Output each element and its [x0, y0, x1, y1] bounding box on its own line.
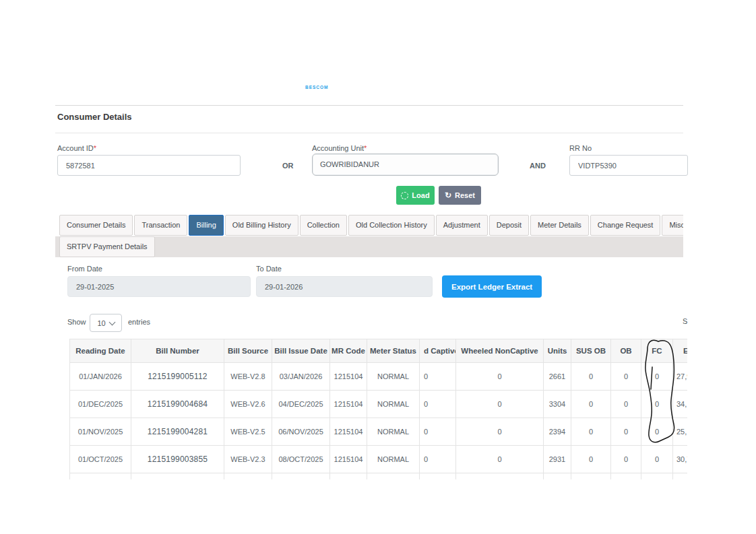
cell-bill_issue_date: [272, 473, 330, 480]
table-row: 01/DEC/20251215199004684WEB-V2.604/DEC/2…: [70, 391, 688, 418]
table-row: 01/OCT/20251215199003855WEB-V2.308/OCT/2…: [70, 446, 688, 473]
table-row: [70, 473, 688, 480]
spinner-icon: [401, 192, 408, 199]
table-row: 01/JAN/20261215199005112WEB-V2.803/JAN/2…: [70, 363, 688, 391]
search-label-clipped: S: [683, 317, 687, 325]
rr-no-field[interactable]: [569, 155, 688, 176]
cell-meter_status: NORMAL: [367, 418, 420, 446]
cell-bill_number: [131, 473, 224, 480]
and-separator: AND: [530, 162, 546, 170]
cell-fc: 0: [641, 418, 673, 446]
reset-button[interactable]: ↻ Reset: [439, 186, 481, 205]
cell-reading_date: 01/JAN/2026: [70, 363, 131, 391]
column-header-bill_number[interactable]: Bill Number: [131, 339, 224, 363]
export-ledger-extract-button[interactable]: Export Ledger Extract: [442, 275, 542, 298]
accounting-unit-select[interactable]: GOWRIBIDANUR: [312, 154, 499, 176]
cell-bill_source: WEB-V2.6: [224, 391, 272, 418]
table-row: 01/NOV/20251215199004281WEB-V2.506/NOV/2…: [70, 418, 688, 446]
column-header-wheeled_noncaptive[interactable]: Wheeled NonCaptive: [456, 339, 544, 363]
account-id-label: Account ID*: [57, 144, 96, 152]
cell-bill_source: WEB-V2.3: [224, 446, 272, 473]
billing-table-container: Reading DateBill NumberBill SourceBill I…: [69, 339, 687, 479]
cell-sus_ob: [571, 473, 611, 480]
cell-meter_status: NORMAL: [367, 391, 420, 418]
cell-sus_ob: 0: [571, 363, 611, 391]
tab-change-request[interactable]: Change Request: [590, 215, 661, 236]
cell-e: 25,: [673, 418, 688, 446]
refresh-icon: ↻: [445, 191, 451, 199]
tab-adjustment[interactable]: Adjustment: [436, 215, 488, 236]
required-asterisk: *: [364, 144, 367, 152]
cell-bill_issue_date: 04/DEC/2025: [272, 391, 330, 418]
cell-e: 30,7: [673, 446, 688, 473]
column-header-meter_status[interactable]: Meter Status: [367, 339, 420, 363]
cell-meter_status: NORMAL: [367, 363, 420, 391]
tab-billing[interactable]: Billing: [189, 215, 223, 236]
tab-miscellaneous[interactable]: Miscellaneous: [662, 215, 683, 236]
column-header-ob[interactable]: OB: [611, 339, 641, 363]
cell-reading_date: 01/OCT/2025: [70, 446, 131, 473]
cell-wheeled_noncaptive: 0: [456, 363, 544, 391]
cell-d_captive: [420, 473, 456, 480]
cell-bill_source: WEB-V2.5: [224, 418, 272, 446]
tab-old-billing-history[interactable]: Old Billing History: [225, 215, 298, 236]
tab-old-collection-history[interactable]: Old Collection History: [348, 215, 435, 236]
or-separator: OR: [282, 162, 294, 170]
tab-transaction[interactable]: Transaction: [134, 215, 187, 236]
cell-ob: [611, 473, 641, 480]
cell-reading_date: 01/DEC/2025: [70, 391, 131, 418]
billing-table: Reading DateBill NumberBill SourceBill I…: [69, 339, 687, 479]
cell-bill_number: 1215199004684: [131, 391, 224, 418]
cell-ob: 0: [611, 391, 641, 418]
entries-label: entries: [128, 318, 150, 326]
column-header-sus_ob[interactable]: SUS OB: [571, 339, 611, 363]
accounting-unit-label: Accounting Unit*: [312, 144, 367, 152]
tab-deposit[interactable]: Deposit: [489, 215, 529, 236]
cell-bill_number: 1215199005112: [131, 363, 224, 391]
page-title: Consumer Details: [57, 112, 132, 122]
tab-consumer-details[interactable]: Consumer Details: [59, 215, 133, 236]
cell-e: 27,9: [673, 363, 688, 391]
to-date-label: To Date: [256, 265, 282, 273]
tab-srtpv-payment-details[interactable]: SRTPV Payment Details: [59, 236, 155, 257]
required-asterisk: *: [94, 144, 96, 152]
cell-bill_issue_date: 03/JAN/2026: [272, 363, 330, 391]
account-id-field[interactable]: [57, 155, 241, 176]
cell-bill_number: 1215199003855: [131, 446, 224, 473]
cell-d_captive: 0: [420, 418, 456, 446]
cell-bill_issue_date: 06/NOV/2025: [272, 418, 330, 446]
load-button[interactable]: Load: [396, 186, 435, 205]
tab-collection[interactable]: Collection: [300, 215, 347, 236]
to-date-field[interactable]: [256, 276, 433, 297]
rr-no-label: RR No: [569, 144, 592, 152]
cell-meter_status: NORMAL: [367, 446, 420, 473]
cell-bill_source: [224, 473, 272, 480]
tab-bar: Consumer DetailsTransactionBillingOld Bi…: [59, 215, 683, 236]
cell-fc: 0: [641, 391, 673, 418]
cell-ob: 0: [611, 363, 641, 391]
column-header-bill_issue_date[interactable]: Bill Issue Date: [272, 339, 330, 363]
table-header-row: Reading DateBill NumberBill SourceBill I…: [70, 339, 688, 363]
cell-reading_date: 01/NOV/2025: [70, 418, 131, 446]
column-header-reading_date[interactable]: Reading Date: [70, 339, 131, 363]
cell-fc: 0: [641, 363, 673, 391]
column-header-bill_source[interactable]: Bill Source: [224, 339, 272, 363]
column-header-mr_code[interactable]: MR Code: [330, 339, 367, 363]
cell-units: 2394: [544, 418, 571, 446]
cell-sus_ob: 0: [571, 446, 611, 473]
from-date-label: From Date: [67, 265, 102, 273]
cell-mr_code: 1215104: [330, 418, 367, 446]
column-header-units[interactable]: Units: [544, 339, 571, 363]
tab-meter-details[interactable]: Meter Details: [530, 215, 589, 236]
column-header-fc[interactable]: FC: [641, 339, 673, 363]
column-header-d_captive[interactable]: d Captive: [420, 339, 456, 363]
cell-wheeled_noncaptive: 0: [456, 446, 544, 473]
cell-units: 2661: [544, 363, 571, 391]
cell-bill_source: WEB-V2.8: [224, 363, 272, 391]
cell-mr_code: [330, 473, 367, 480]
cell-sus_ob: 0: [571, 391, 611, 418]
cell-bill_number: 1215199004281: [131, 418, 224, 446]
page-size-select[interactable]: 10: [90, 314, 122, 332]
column-header-e[interactable]: E: [673, 339, 688, 363]
from-date-field[interactable]: [67, 276, 251, 297]
